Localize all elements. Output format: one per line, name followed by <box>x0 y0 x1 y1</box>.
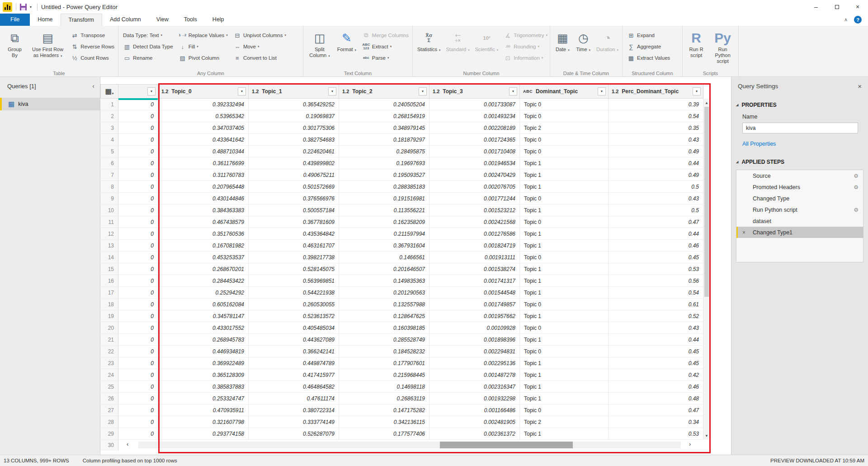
table-cell[interactable]: 0.490675211 <box>249 169 339 181</box>
table-cell[interactable]: 0.260530055 <box>249 299 339 310</box>
table-cell[interactable]: 0 <box>118 157 158 169</box>
table-cell[interactable]: 0.45 <box>609 252 703 263</box>
table-cell[interactable]: Topic 1 <box>520 310 609 322</box>
row-number[interactable]: 28 <box>100 416 118 428</box>
all-properties-link[interactable]: All Properties <box>731 141 868 147</box>
row-number[interactable]: 13 <box>100 240 118 251</box>
ribbon-button-rounding[interactable]: .00Rounding▾ <box>504 42 547 51</box>
table-cell[interactable]: 0.44 <box>609 334 703 345</box>
tab-tools[interactable]: Tools <box>176 14 205 26</box>
table-cell[interactable]: 0.001913111 <box>429 252 520 263</box>
query-item-kiva[interactable]: ▦kiva <box>0 98 100 110</box>
table-cell[interactable]: 0.321607798 <box>158 416 249 428</box>
row-number[interactable]: 16 <box>100 275 118 286</box>
column-header-topic-3[interactable]: 1.2Topic_3▾ <box>429 84 520 99</box>
table-cell[interactable]: 0.211597994 <box>339 228 429 239</box>
tab-file[interactable]: File <box>0 14 30 26</box>
table-cell[interactable]: 0.433017552 <box>158 322 249 333</box>
table-cell[interactable]: 0 <box>118 99 158 110</box>
row-number[interactable]: 22 <box>100 346 118 357</box>
row-number[interactable]: 21 <box>100 334 118 345</box>
ribbon-button-reverse-rows[interactable]: ⇅Reverse Rows <box>71 42 114 51</box>
scroll-left-icon[interactable]: ‹ <box>127 441 128 447</box>
table-cell[interactable]: Topic 0 <box>520 146 609 157</box>
column-filter-icon[interactable]: ▾ <box>598 87 606 95</box>
row-number[interactable]: 8 <box>100 181 118 192</box>
column-filter-icon[interactable]: ▾ <box>147 87 156 95</box>
row-number[interactable]: 5 <box>100 146 118 157</box>
collapse-properties-icon[interactable]: ◢ <box>736 103 738 107</box>
ribbon-button-run-python-script[interactable]: PyRun Python script <box>711 29 735 64</box>
applied-step-source[interactable]: Source⚙ <box>736 170 863 181</box>
tab-home[interactable]: Home <box>30 14 60 26</box>
table-cell[interactable]: 0.19069837 <box>249 110 339 122</box>
column-filter-icon[interactable]: ▾ <box>509 87 517 95</box>
ribbon-button-extract[interactable]: ABC 123Extract▾ <box>362 42 409 51</box>
table-cell[interactable]: 0.430144846 <box>158 193 249 204</box>
table-cell[interactable]: 0.00109928 <box>429 322 520 333</box>
table-cell[interactable]: 0.369922489 <box>158 357 249 369</box>
ribbon-button-parse[interactable]: abcParse▾ <box>362 53 409 62</box>
column-header-unnamed[interactable]: ▾ <box>118 84 158 99</box>
minimize-button[interactable]: – <box>806 0 826 14</box>
table-cell[interactable]: 0.191516981 <box>339 193 429 204</box>
ribbon-button-expand[interactable]: ⊞Expand <box>627 31 670 40</box>
table-cell[interactable]: 0 <box>118 204 158 216</box>
table-cell[interactable]: 0.002421568 <box>429 216 520 228</box>
table-cell[interactable]: Topic 1 <box>520 428 609 439</box>
table-cell[interactable]: 0.195093527 <box>339 169 429 181</box>
ribbon-button-pivot-column[interactable]: ▧Pivot Column <box>179 53 228 62</box>
row-number[interactable]: 25 <box>100 381 118 392</box>
table-cell[interactable]: 0.43 <box>609 322 703 333</box>
help-icon[interactable]: ? <box>854 16 862 24</box>
row-number[interactable]: 20 <box>100 322 118 333</box>
table-cell[interactable]: 0.001544548 <box>429 287 520 298</box>
table-cell[interactable]: 0.54 <box>609 287 703 298</box>
table-cell[interactable]: Topic 0 <box>520 404 609 416</box>
table-cell[interactable]: 0 <box>118 146 158 157</box>
table-cell[interactable]: 0 <box>118 334 158 345</box>
row-number[interactable]: 18 <box>100 299 118 310</box>
vertical-scrollbar[interactable]: ▲ ▼ <box>703 99 710 440</box>
table-cell[interactable]: 0.376566976 <box>249 193 339 204</box>
row-number[interactable]: 10 <box>100 204 118 216</box>
table-cell[interactable]: 0.367931604 <box>339 240 429 251</box>
table-cell[interactable]: 0.28495875 <box>339 146 429 157</box>
table-cell[interactable]: 0.285528749 <box>339 334 429 345</box>
table-cell[interactable]: 0.523613572 <box>249 310 339 322</box>
table-cell[interactable]: 0.446934819 <box>158 346 249 357</box>
table-cell[interactable]: 0.184528232 <box>339 346 429 357</box>
table-cell[interactable]: 0.177907601 <box>339 357 429 369</box>
column-filter-icon[interactable]: ▾ <box>419 87 427 95</box>
table-cell[interactable]: 0.240505204 <box>339 99 429 110</box>
table-cell[interactable]: 0.56 <box>609 275 703 286</box>
ribbon-button-statistics[interactable]: X̄σ ΣStatistics▾ <box>417 29 441 53</box>
table-cell[interactable]: Topic 1 <box>520 275 609 286</box>
horizontal-scroll-thumb[interactable] <box>440 442 573 448</box>
ribbon-button-transpose[interactable]: ⇄Transpose <box>71 31 114 40</box>
table-cell[interactable]: 0.53965342 <box>158 110 249 122</box>
table-cell[interactable]: 0 <box>118 110 158 122</box>
table-cell[interactable]: 0.46 <box>609 381 703 392</box>
table-cell[interactable]: Topic 0 <box>520 346 609 357</box>
table-cell[interactable]: 0.463161707 <box>249 240 339 251</box>
table-cell[interactable]: 0 <box>118 216 158 228</box>
table-cell[interactable]: 0.001946534 <box>429 157 520 169</box>
tab-transform[interactable]: Transform <box>61 14 103 26</box>
table-cell[interactable]: 0.47 <box>609 404 703 416</box>
row-number[interactable]: 7 <box>100 169 118 181</box>
horizontal-scrollbar[interactable] <box>138 442 681 448</box>
ribbon-button-extract-values[interactable]: ▩Extract Values <box>627 53 670 62</box>
table-cell[interactable]: 0.001932298 <box>429 393 520 404</box>
ribbon-button-scientific[interactable]: 10²Scientific▾ <box>475 29 499 53</box>
column-header-topic-1[interactable]: 1.2Topic_1▾ <box>249 84 339 99</box>
table-cell[interactable]: 0.45 <box>609 357 703 369</box>
table-cell[interactable]: 0 <box>118 381 158 392</box>
table-cell[interactable]: 0.501572669 <box>249 181 339 192</box>
table-cell[interactable]: Topic 1 <box>520 287 609 298</box>
table-cell[interactable]: 0.224620461 <box>249 146 339 157</box>
table-cell[interactable]: 0.132557988 <box>339 299 429 310</box>
ribbon-button-count-rows[interactable]: ½Count Rows <box>71 53 114 62</box>
table-cell[interactable]: 0.39 <box>609 99 703 110</box>
ribbon-button-use-first-row-as-headers[interactable]: ▤Use First Row as Headers▾ <box>30 29 65 59</box>
